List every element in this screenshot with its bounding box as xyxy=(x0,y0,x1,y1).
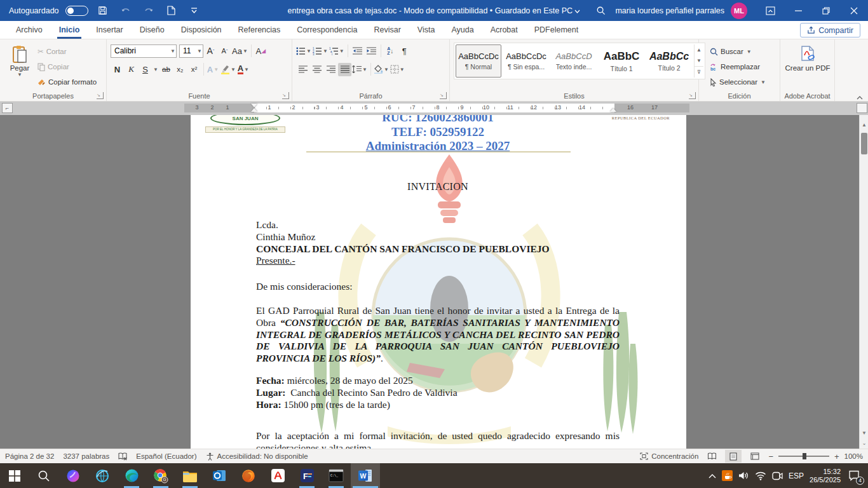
portapapeles-dialog-launcher[interactable]: ↘ xyxy=(97,92,104,99)
bold-button[interactable]: N xyxy=(111,63,124,76)
autosave-toggle[interactable] xyxy=(65,6,88,16)
tab-inicio[interactable]: Inicio xyxy=(51,21,88,39)
tab-insertar[interactable]: Insertar xyxy=(88,21,131,39)
ruler-toggle-box[interactable] xyxy=(857,103,867,113)
left-indent-marker[interactable] xyxy=(251,108,257,112)
keyboard-language[interactable]: ESP xyxy=(789,471,804,480)
file-explorer-button[interactable] xyxy=(175,463,205,488)
avatar[interactable]: ML xyxy=(731,3,747,19)
zoom-slider[interactable] xyxy=(778,456,829,457)
tray-expand-icon[interactable] xyxy=(709,473,716,478)
estilos-dialog-launcher[interactable]: ↘ xyxy=(689,92,696,99)
minimize-button[interactable] xyxy=(784,0,812,21)
outlook-button[interactable] xyxy=(205,463,234,488)
style-normal[interactable]: AaBbCcDc ¶ Normal xyxy=(456,44,501,78)
acrobat-button[interactable] xyxy=(263,463,292,488)
select-button[interactable]: Seleccionar▼ xyxy=(708,76,776,88)
clock[interactable]: 15:32 26/5/2025 xyxy=(810,468,841,484)
edge-button[interactable] xyxy=(117,463,146,488)
focus-mode-button[interactable]: Concentración xyxy=(640,452,698,460)
internet-explorer-button[interactable] xyxy=(88,463,117,488)
meet-now-icon[interactable] xyxy=(772,471,783,480)
underline-button[interactable]: S xyxy=(139,63,152,76)
tab-revisar[interactable]: Revisar xyxy=(365,21,409,39)
search-icon[interactable] xyxy=(592,3,609,18)
replace-button[interactable]: bc Reemplazar xyxy=(708,60,776,73)
vertical-scrollbar[interactable]: ▲ ▼ ⌄ xyxy=(859,115,868,449)
tab-disposicion[interactable]: Disposición xyxy=(173,21,230,39)
create-pdf-button[interactable]: Crear un PDF xyxy=(784,43,831,88)
volume-icon[interactable] xyxy=(738,471,749,480)
style-sin-espaciado[interactable]: AaBbCcDc ¶ Sin espa... xyxy=(503,44,549,78)
print-layout-button[interactable] xyxy=(725,450,742,463)
restore-button[interactable] xyxy=(812,0,840,21)
style-titulo-1[interactable]: AaBbC Título 1 xyxy=(599,44,644,78)
proofing-icon[interactable] xyxy=(118,452,127,461)
bullet-list-button[interactable]: ▼ xyxy=(296,44,312,58)
cut-button[interactable]: ✂ Cortar xyxy=(36,45,98,58)
text-effects-button[interactable]: A▼ xyxy=(207,63,220,76)
numbered-list-button[interactable]: 123▼ xyxy=(313,44,329,58)
increase-indent-button[interactable] xyxy=(365,44,378,58)
right-indent-marker[interactable] xyxy=(610,108,616,112)
start-button[interactable] xyxy=(0,463,29,488)
chevron-down-icon[interactable] xyxy=(574,10,580,13)
horizontal-ruler[interactable]: ⌐ 3 2 1 1 2 3 4 5 6 7 8 9 10 11 12 13 14… xyxy=(0,102,868,115)
scroll-down-icon[interactable]: ▼ xyxy=(860,428,868,437)
tab-archivo[interactable]: Archivo xyxy=(8,21,51,39)
close-button[interactable] xyxy=(840,0,868,21)
undo-icon[interactable] xyxy=(118,3,134,18)
java-updater-icon[interactable] xyxy=(722,470,733,481)
tab-pdfelement[interactable]: PDFelement xyxy=(526,21,587,39)
terminal-button[interactable]: C:\_ xyxy=(322,463,351,488)
tab-correspondencia[interactable]: Correspondencia xyxy=(288,21,365,39)
fuente-dialog-launcher[interactable]: ↘ xyxy=(282,92,289,99)
ribbon-display-options-icon[interactable] xyxy=(756,0,784,21)
multilevel-list-button[interactable]: 1ai▼ xyxy=(329,44,345,58)
redo-icon[interactable] xyxy=(140,3,157,18)
font-family-dropdown-icon[interactable]: ▼ xyxy=(170,48,176,54)
collapse-ribbon-icon[interactable] xyxy=(857,95,863,100)
copilot-button[interactable] xyxy=(58,463,88,488)
accessibility-status[interactable]: Accesibilidad: No disponible xyxy=(217,452,308,460)
font-size-combo[interactable]: ▼ xyxy=(179,44,203,58)
tab-diseno[interactable]: Diseño xyxy=(132,21,173,39)
style-texto-independiente[interactable]: AaBbCcD Texto inde... xyxy=(551,44,597,78)
share-button[interactable]: Compartir xyxy=(800,23,860,37)
borders-button[interactable]: ▼ xyxy=(390,63,405,76)
wifi-icon[interactable] xyxy=(755,471,766,480)
firefox-button[interactable] xyxy=(234,463,263,488)
clear-formatting-button[interactable]: A◢ xyxy=(254,44,268,58)
grow-font-button[interactable]: Aˆ xyxy=(204,44,217,58)
account-name[interactable]: maria lourdes peñafiel parrales xyxy=(615,6,724,15)
strikethrough-button[interactable]: ab xyxy=(159,63,173,76)
tab-selector[interactable]: ⌐ xyxy=(2,103,13,113)
language-indicator[interactable]: Español (Ecuador) xyxy=(136,452,196,460)
highlight-button[interactable]: ▼ xyxy=(220,63,236,76)
line-spacing-button[interactable]: ▼ xyxy=(352,63,368,76)
underline-dropdown-icon[interactable]: ▼ xyxy=(153,67,159,72)
read-mode-button[interactable] xyxy=(703,450,720,463)
font-size-input[interactable] xyxy=(180,46,196,55)
font-family-input[interactable] xyxy=(111,46,170,55)
font-size-dropdown-icon[interactable]: ▼ xyxy=(196,48,203,54)
tab-vista[interactable]: Vista xyxy=(409,21,444,39)
scrollbar-thumb[interactable] xyxy=(861,133,867,154)
zoom-level[interactable]: 100% xyxy=(844,452,863,460)
tab-acrobat[interactable]: Acrobat xyxy=(482,21,526,39)
taskbar-search-button[interactable] xyxy=(29,463,58,488)
customize-qat-icon[interactable] xyxy=(186,3,203,18)
align-left-button[interactable] xyxy=(296,63,309,76)
shrink-font-button[interactable]: Aˇ xyxy=(218,44,231,58)
justify-button[interactable] xyxy=(338,63,351,76)
copy-button[interactable]: Copiar xyxy=(36,60,98,73)
shading-button[interactable]: ▼ xyxy=(374,63,390,76)
show-marks-button[interactable]: ¶ xyxy=(398,44,411,58)
zoom-slider-thumb[interactable] xyxy=(803,453,806,459)
tab-ayuda[interactable]: Ayuda xyxy=(443,21,482,39)
italic-button[interactable]: K xyxy=(125,63,138,76)
notification-center-button[interactable]: 4 xyxy=(846,468,862,484)
style-titulo-2[interactable]: AaBbCc Título 2 xyxy=(646,44,692,78)
change-case-button[interactable]: Aa▼ xyxy=(232,44,248,58)
format-painter-button[interactable]: Copiar formato xyxy=(36,76,98,88)
